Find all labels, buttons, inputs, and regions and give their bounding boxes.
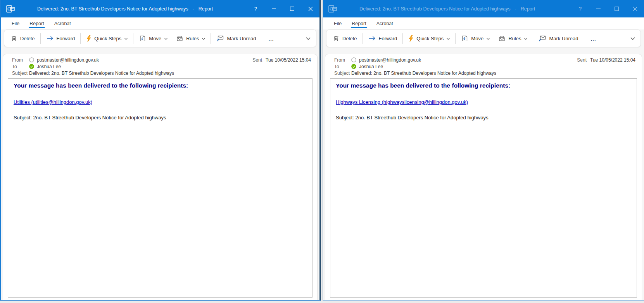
toolbar-separator	[40, 33, 41, 44]
ribbon-collapse-button[interactable]	[305, 36, 311, 41]
ribbon-collapse-button[interactable]	[630, 36, 636, 41]
chevron-down-icon	[124, 38, 128, 40]
reading-pane: From postmaster@hillingdon.gov.uk Sent T…	[325, 54, 642, 300]
forward-button[interactable]: Forward	[42, 32, 79, 45]
report-window-left: Delivered: 2no. BT Streethub Developers …	[0, 0, 321, 301]
menu-bar: File Report Acrobat	[323, 17, 644, 29]
ribbon-card: Delete Forward Quick Steps Move	[326, 29, 641, 47]
to-row: To Joshua Lee	[3, 63, 317, 70]
tab-acrobat[interactable]: Acrobat	[371, 17, 398, 29]
chevron-down-icon	[306, 37, 311, 40]
from-address: postmaster@hillingdon.gov.uk	[37, 57, 99, 63]
to-row: To Joshua Lee	[325, 63, 642, 70]
toolbar-separator	[533, 33, 533, 44]
to-recipient: Joshua Lee	[359, 64, 383, 69]
chevron-down-icon	[630, 37, 635, 40]
tab-file[interactable]: File	[7, 17, 24, 29]
report-window-right: Delivered: 2no. BT Streethub Developers …	[323, 0, 644, 301]
help-button[interactable]: ?	[571, 0, 589, 17]
from-row: From postmaster@hillingdon.gov.uk Sent T…	[325, 57, 642, 63]
titlebar: Delivered: 2no. BT Streethub Developers …	[323, 0, 644, 17]
trash-icon	[10, 35, 17, 42]
outlook-icon	[5, 4, 16, 14]
chevron-down-icon	[164, 38, 167, 40]
subject-value: Delivered: 2no. BT Streethub Developers …	[29, 71, 174, 76]
tab-report[interactable]: Report	[24, 17, 49, 29]
mark-unread-icon	[539, 35, 546, 42]
window-controls: ?	[247, 0, 319, 17]
trash-icon	[333, 35, 340, 42]
toolbar-separator	[133, 33, 133, 44]
chevron-down-icon	[202, 38, 205, 40]
minimize-button[interactable]	[265, 0, 283, 17]
ribbon-card: Delete Forward Quick Steps Move	[4, 29, 316, 47]
recipient-link[interactable]: Utilities (utilities@hillingdon.gov.uk)	[14, 99, 92, 105]
from-row: From postmaster@hillingdon.gov.uk Sent T…	[3, 57, 317, 63]
toolbar-overflow-button[interactable]: …	[585, 35, 602, 42]
chevron-down-icon	[524, 38, 527, 40]
sent-field: Sent Tue 10/05/2022 15:04	[252, 57, 311, 63]
toolbar-separator	[402, 33, 403, 44]
rules-button[interactable]: Rules	[172, 32, 209, 45]
presence-empty-icon	[29, 57, 34, 62]
lightning-icon	[408, 35, 414, 42]
forward-button[interactable]: Forward	[364, 32, 402, 45]
toolbar-separator	[262, 33, 262, 44]
move-button[interactable]: Move	[135, 32, 172, 45]
tab-report[interactable]: Report	[347, 17, 371, 29]
mark-unread-button[interactable]: Mark Unread	[212, 32, 260, 45]
toolbar-overflow-button[interactable]: …	[263, 35, 280, 42]
forward-arrow-icon	[46, 35, 54, 41]
close-button[interactable]	[301, 0, 319, 17]
message-subject-line: Subject: 2no. BT Streethub Developers No…	[14, 115, 307, 121]
delivery-heading: Your message has been delivered to the f…	[336, 82, 631, 89]
close-button[interactable]	[626, 0, 644, 17]
toolbar-separator	[455, 33, 456, 44]
delete-button[interactable]: Delete	[6, 32, 39, 45]
toolbar-separator	[80, 33, 81, 44]
subject-row: Subject Delivered: 2no. BT Streethub Dev…	[3, 70, 317, 76]
rules-button[interactable]: Rules	[494, 32, 532, 45]
to-recipient: Joshua Lee	[37, 64, 61, 69]
quick-steps-button[interactable]: Quick Steps	[82, 32, 132, 45]
quick-steps-button[interactable]: Quick Steps	[404, 32, 454, 45]
move-button[interactable]: Move	[457, 32, 494, 45]
desktop: Delivered: 2no. BT Streethub Developers …	[0, 0, 644, 303]
message-subject-line: Subject: 2no. BT Streethub Developers No…	[336, 115, 631, 121]
window-controls: ?	[571, 0, 644, 17]
tab-acrobat[interactable]: Acrobat	[49, 17, 76, 29]
presence-empty-icon	[351, 57, 356, 62]
mark-unread-button[interactable]: Mark Unread	[534, 32, 582, 45]
maximize-button[interactable]	[283, 0, 301, 17]
window-title: Delivered: 2no. BT Streethub Developers …	[37, 6, 213, 12]
move-folder-icon	[139, 35, 146, 42]
subject-row: Subject Delivered: 2no. BT Streethub Dev…	[325, 70, 642, 76]
chevron-down-icon	[447, 38, 450, 40]
move-folder-icon	[461, 35, 468, 42]
reading-pane: From postmaster@hillingdon.gov.uk Sent T…	[3, 54, 318, 300]
toolbar-separator	[584, 33, 584, 44]
chevron-down-icon	[487, 38, 490, 40]
tab-file[interactable]: File	[329, 17, 347, 29]
menu-bar: File Report Acrobat	[1, 17, 319, 29]
ribbon: Delete Forward Quick Steps Move	[323, 29, 644, 50]
toolbar-separator	[363, 33, 363, 44]
rules-icon	[176, 35, 183, 42]
forward-arrow-icon	[368, 35, 376, 41]
delete-button[interactable]: Delete	[328, 32, 361, 45]
sent-field: Sent Tue 10/05/2022 15:04	[577, 57, 635, 63]
minimize-button[interactable]	[589, 0, 608, 17]
delivery-heading: Your message has been delivered to the f…	[14, 82, 307, 89]
presence-available-icon	[351, 64, 356, 69]
ribbon: Delete Forward Quick Steps Move	[1, 29, 319, 50]
window-title: Delivered: 2no. BT Streethub Developers …	[359, 6, 535, 12]
mark-unread-icon	[216, 35, 224, 42]
titlebar: Delivered: 2no. BT Streethub Developers …	[1, 0, 319, 17]
outlook-icon	[328, 4, 338, 14]
presence-available-icon	[29, 64, 34, 69]
help-button[interactable]: ?	[247, 0, 265, 17]
rules-icon	[498, 35, 506, 42]
maximize-button[interactable]	[608, 0, 626, 17]
from-address: postmaster@hillingdon.gov.uk	[359, 57, 421, 63]
recipient-link[interactable]: Highways Licensing (highwayslicensing@hi…	[336, 99, 468, 105]
